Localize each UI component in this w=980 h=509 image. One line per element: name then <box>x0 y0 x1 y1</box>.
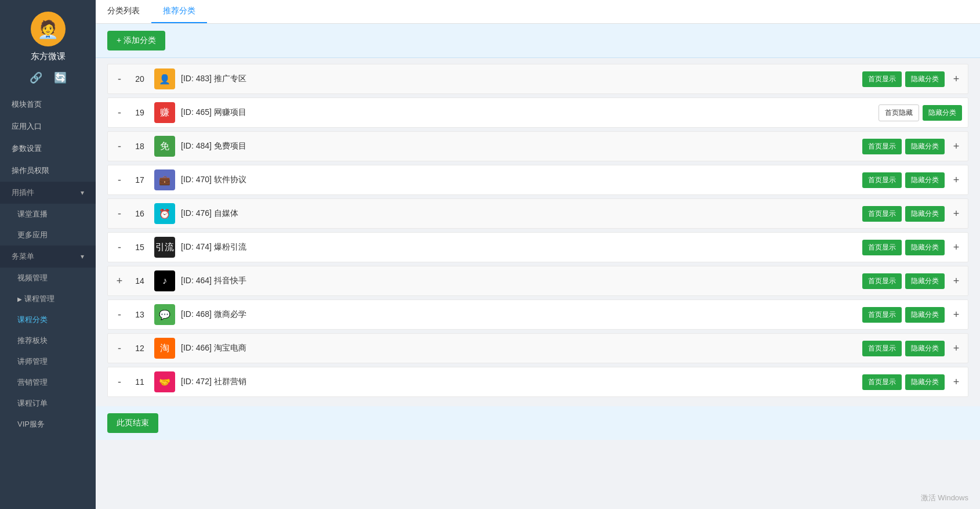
sidebar-item-live[interactable]: 课堂直播 <box>0 204 96 225</box>
add-category-button[interactable]: + 添加分类 <box>107 31 165 50</box>
row-expand-btn[interactable]: + <box>950 241 962 254</box>
row-expand-btn[interactable]: + <box>950 140 962 153</box>
show-homepage-button[interactable]: 首页显示 <box>862 374 902 390</box>
table-row: - 16 ⏰ [ID: 476] 自媒体 首页显示 隐藏分类 + <box>107 198 968 229</box>
link-icon[interactable]: 🔗 <box>30 71 42 84</box>
bottom-bar: 此页结束 <box>96 406 980 440</box>
right-arrow-icon: ▶ <box>17 296 22 302</box>
row-number: 15 <box>125 243 154 252</box>
row-number: 20 <box>125 74 154 84</box>
category-icon: 引流 <box>154 237 175 258</box>
row-collapse-btn[interactable]: - <box>114 73 125 85</box>
sidebar-item-params[interactable]: 参数设置 <box>0 138 96 160</box>
row-actions: 首页隐藏 隐藏分类 <box>879 104 962 121</box>
row-expand-btn[interactable]: + <box>950 208 962 220</box>
row-expand-btn[interactable]: + <box>950 174 962 186</box>
row-collapse-btn[interactable]: - <box>114 208 125 220</box>
row-actions: 首页显示 隐藏分类 + <box>862 374 962 390</box>
sidebar-item-order[interactable]: 课程订单 <box>0 393 96 414</box>
category-icon: ♪ <box>154 270 175 291</box>
row-collapse-btn[interactable]: - <box>114 342 125 355</box>
hide-category-button[interactable]: 隐藏分类 <box>905 374 945 390</box>
end-page-button[interactable]: 此页结束 <box>107 413 158 433</box>
sidebar-item-marketing[interactable]: 营销管理 <box>0 372 96 393</box>
row-collapse-btn[interactable]: - <box>114 241 125 254</box>
show-homepage-button[interactable]: 首页显示 <box>862 341 902 356</box>
refresh-icon[interactable]: 🔄 <box>54 71 67 84</box>
category-label: [ID: 470] 软件协议 <box>181 175 862 185</box>
row-number: 13 <box>125 310 154 319</box>
category-label: [ID: 476] 自媒体 <box>181 208 862 219</box>
row-expand-btn[interactable]: + <box>950 275 962 287</box>
category-label: [ID: 472] 社群营销 <box>181 377 862 387</box>
tab-recommended-category[interactable]: 推荐分类 <box>151 0 207 23</box>
sidebar: 🧑‍💼 东方微课 🔗 🔄 模块首页 应用入口 参数设置 操作员权限 用插件 ▾ … <box>0 0 96 509</box>
row-expand-btn[interactable]: + <box>950 342 962 355</box>
sidebar-item-operator[interactable]: 操作员权限 <box>0 160 96 182</box>
hide-category-button[interactable]: 隐藏分类 <box>923 105 962 121</box>
tab-bar: 分类列表 推荐分类 <box>96 0 980 24</box>
category-icon: 👤 <box>154 68 175 89</box>
content-area: + 添加分类 - 20 👤 [ID: 483] 推广专区 首页显示 隐藏分类 +… <box>96 24 980 509</box>
row-expand-btn[interactable]: + <box>950 376 962 388</box>
row-collapse-btn[interactable]: - <box>114 309 125 321</box>
show-homepage-button[interactable]: 首页显示 <box>862 71 902 87</box>
show-homepage-button[interactable]: 首页显示 <box>862 139 902 154</box>
row-expand-btn[interactable]: + <box>950 73 962 85</box>
table-row: - 11 🤝 [ID: 472] 社群营销 首页显示 隐藏分类 + <box>107 367 968 397</box>
sidebar-item-instructor[interactable]: 讲师管理 <box>0 351 96 372</box>
row-expand-btn[interactable]: + <box>950 309 962 321</box>
hide-category-button[interactable]: 隐藏分类 <box>905 307 945 323</box>
hide-category-button[interactable]: 隐藏分类 <box>905 172 945 188</box>
sidebar-icon-row: 🔗 🔄 <box>30 71 67 84</box>
tab-category-list[interactable]: 分类列表 <box>96 0 151 23</box>
show-homepage-button[interactable]: 首页显示 <box>862 172 902 188</box>
row-collapse-btn[interactable]: + <box>114 275 125 287</box>
category-label: [ID: 483] 推广专区 <box>181 74 862 84</box>
sidebar-item-vip[interactable]: VIP服务 <box>0 414 96 435</box>
row-number: 19 <box>125 108 154 117</box>
row-collapse-btn[interactable]: - <box>114 174 125 186</box>
table-row: + 14 ♪ [ID: 464] 抖音快手 首页显示 隐藏分类 + <box>107 266 968 296</box>
sidebar-item-course-category[interactable]: 课程分类 <box>0 309 96 330</box>
watermark: 激活 Windows <box>921 493 968 503</box>
hide-category-button[interactable]: 隐藏分类 <box>905 71 945 87</box>
show-homepage-button[interactable]: 首页显示 <box>862 206 902 222</box>
row-number: 11 <box>125 377 154 387</box>
table-row: - 13 💬 [ID: 468] 微商必学 首页显示 隐藏分类 + <box>107 299 968 330</box>
category-label: [ID: 466] 淘宝电商 <box>181 343 862 353</box>
sidebar-item-more-apps[interactable]: 更多应用 <box>0 225 96 246</box>
table-row: - 15 引流 [ID: 474] 爆粉引流 首页显示 隐藏分类 + <box>107 232 968 262</box>
row-collapse-btn[interactable]: - <box>114 107 125 119</box>
hide-category-button[interactable]: 隐藏分类 <box>905 139 945 154</box>
row-number: 18 <box>125 142 154 151</box>
table-row: - 18 免 [ID: 484] 免费项目 首页显示 隐藏分类 + <box>107 131 968 161</box>
hide-category-button[interactable]: 隐藏分类 <box>905 206 945 222</box>
chevron-down-icon-2: ▾ <box>81 252 84 261</box>
category-icon: 淘 <box>154 338 175 359</box>
sidebar-item-recommend[interactable]: 推荐板块 <box>0 330 96 351</box>
show-homepage-button[interactable]: 首页隐藏 <box>879 104 919 121</box>
table-row: - 17 💼 [ID: 470] 软件协议 首页显示 隐藏分类 + <box>107 165 968 195</box>
sidebar-item-video[interactable]: 视频管理 <box>0 268 96 288</box>
sidebar-section-plugins[interactable]: 用插件 ▾ <box>0 182 96 204</box>
hide-category-button[interactable]: 隐藏分类 <box>905 341 945 356</box>
row-actions: 首页显示 隐藏分类 + <box>862 139 962 154</box>
category-icon: 💼 <box>154 169 175 190</box>
show-homepage-button[interactable]: 首页显示 <box>862 307 902 323</box>
show-homepage-button[interactable]: 首页显示 <box>862 273 902 289</box>
sidebar-section-service[interactable]: 务菜单 ▾ <box>0 246 96 268</box>
show-homepage-button[interactable]: 首页显示 <box>862 240 902 255</box>
hide-category-button[interactable]: 隐藏分类 <box>905 240 945 255</box>
sidebar-item-course-mgmt[interactable]: ▶ 课程管理 <box>0 288 96 309</box>
sidebar-item-module-home[interactable]: 模块首页 <box>0 93 96 115</box>
hide-category-button[interactable]: 隐藏分类 <box>905 273 945 289</box>
category-list: - 20 👤 [ID: 483] 推广专区 首页显示 隐藏分类 + - 19 赚… <box>96 58 980 406</box>
row-collapse-btn[interactable]: - <box>114 140 125 153</box>
category-label: [ID: 464] 抖音快手 <box>181 276 862 286</box>
main-content: 分类列表 推荐分类 + 添加分类 - 20 👤 [ID: 483] 推广专区 首… <box>96 0 980 509</box>
row-collapse-btn[interactable]: - <box>114 376 125 388</box>
top-bar: + 添加分类 <box>96 24 980 58</box>
sidebar-item-app-entry[interactable]: 应用入口 <box>0 115 96 138</box>
category-label: [ID: 474] 爆粉引流 <box>181 242 862 252</box>
